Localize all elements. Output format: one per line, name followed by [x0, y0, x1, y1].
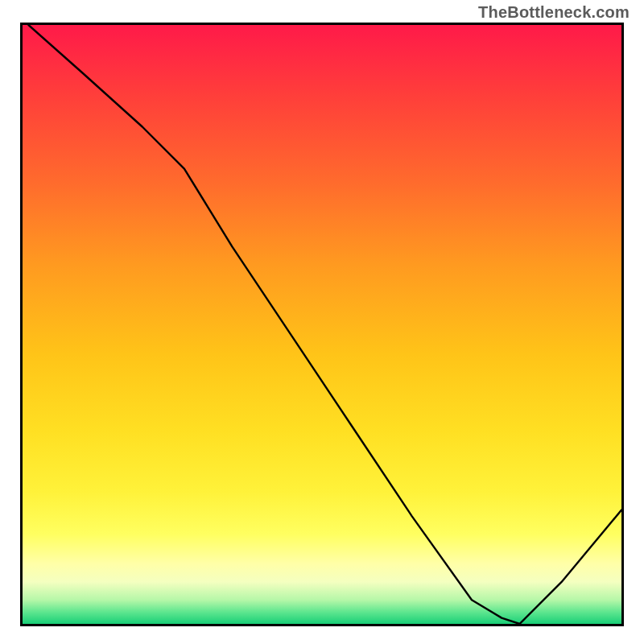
chart-line-series	[28, 25, 621, 624]
chart-plot-area	[20, 23, 624, 626]
watermark-text: TheBottleneck.com	[478, 3, 630, 22]
chart-line-layer	[23, 25, 621, 624]
